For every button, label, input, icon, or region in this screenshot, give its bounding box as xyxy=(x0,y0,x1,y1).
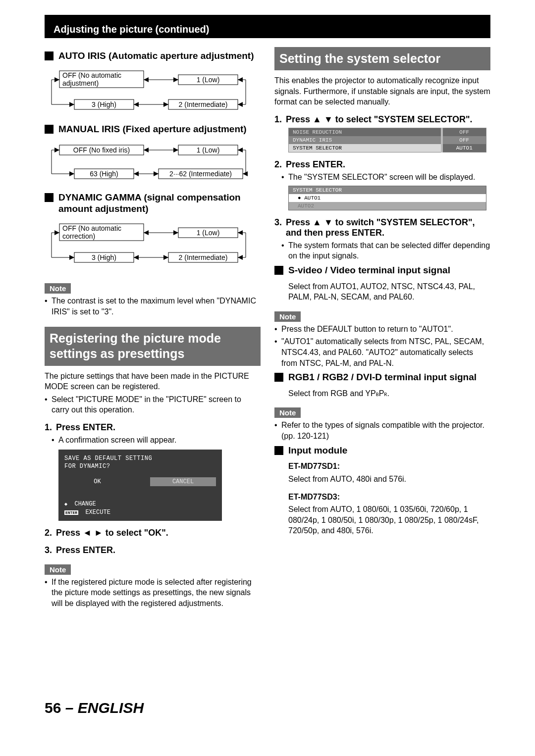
diagram-manual-iris: OFF (No fixed iris) 1 (Low) 63 (High) 2·… xyxy=(45,140,261,185)
svg-text:1 (Low): 1 (Low) xyxy=(197,146,220,154)
svg-text:63 (High): 63 (High) xyxy=(90,170,118,178)
panel-change-hint: ◆ CHANGE xyxy=(64,500,216,508)
step-3: 3. Press ENTER. xyxy=(45,545,261,555)
note-list-2: If the registered picture mode is select… xyxy=(45,577,261,609)
sel-panel-auto2[interactable]: AUTO2 xyxy=(289,202,486,210)
heading-manual-iris: MANUAL IRIS (Fixed aperture adjustment) xyxy=(45,123,261,135)
note-label-rgb: Note xyxy=(274,407,301,418)
svg-text:OFF (No automatic: OFF (No automatic xyxy=(62,224,121,232)
rgb-note: Refer to the types of signals compatible… xyxy=(274,420,490,441)
svg-text:2···62 (Intermediate): 2···62 (Intermediate) xyxy=(169,170,232,178)
register-intro: The picture settings that have been made… xyxy=(45,371,261,392)
bar-system-selector: Setting the system selector xyxy=(274,47,490,70)
panel-ok-button[interactable]: OK xyxy=(64,477,130,486)
svg-text:adjustment): adjustment) xyxy=(62,79,99,87)
svg-text:3 (High): 3 (High) xyxy=(92,253,116,261)
heading-input-module: Input module xyxy=(274,445,490,456)
svideo-notes: Press the DEFAULT button to return to "A… xyxy=(274,324,490,368)
diagram-dynamic-gamma: OFF (No automatic correction) 1 (Low) 3 … xyxy=(45,220,261,269)
page-title: Adjusting the picture (continued) xyxy=(54,24,209,35)
note-label-2: Note xyxy=(45,564,71,575)
panel-line2: FOR DYNAMIC? xyxy=(64,462,216,470)
heading-svideo: S-video / Video terminal input signal xyxy=(274,264,490,276)
sys-step-3-sub: The system formats that can be selected … xyxy=(274,240,490,261)
mod2-name: ET-MD77SD3: xyxy=(274,492,490,503)
mod1-body: Select from AUTO, 480i and 576i. xyxy=(274,474,490,485)
left-column: AUTO IRIS (Automatic aperture adjustment… xyxy=(45,47,261,610)
step-1-sub: A confirmation screen will appear. xyxy=(45,435,261,446)
heading-rgb: RGB1 / RGB2 / DVI-D terminal input signa… xyxy=(274,371,490,383)
note-text: The contrast is set to the maximum level… xyxy=(52,296,261,317)
step-1: 1. Press ENTER. xyxy=(45,422,261,433)
rgb-body: Select from RGB and YPBPR. xyxy=(274,388,490,399)
svg-text:OFF (No automatic: OFF (No automatic xyxy=(62,71,121,79)
svg-text:1 (Low): 1 (Low) xyxy=(197,229,220,237)
register-intro-bullet: Select "PICTURE MODE" in the "PICTURE" s… xyxy=(45,394,261,415)
heading-dynamic-gamma: DYNAMIC GAMMA (signal compensation amoun… xyxy=(45,192,261,215)
diagram-auto-iris: OFF (No automatic adjustment) 1 (Low) 3 … xyxy=(45,67,261,116)
sel-panel-auto1[interactable]: ● AUTO1 xyxy=(289,194,486,202)
system-menu: NOISE REDUCTIONOFF DYNAMIC IRISOFF SYSTE… xyxy=(288,128,486,152)
panel-execute-hint: ENTER EXECUTE xyxy=(64,508,216,517)
sys-step-2-sub: The "SYSTEM SELECTOR" screen will be dis… xyxy=(274,172,490,183)
menu-row-noise: NOISE REDUCTIONOFF xyxy=(289,128,486,137)
step-2: 2. Press ◄ ► to select "OK". xyxy=(45,528,261,538)
heading-auto-iris: AUTO IRIS (Automatic aperture adjustment… xyxy=(45,50,261,62)
svg-text:OFF (No fixed iris): OFF (No fixed iris) xyxy=(73,146,130,154)
panel-cancel-button[interactable]: CANCEL xyxy=(150,477,216,486)
svideo-body: Select from AUTO1, AUTO2, NTSC, NTSC4.43… xyxy=(274,281,490,302)
sys-step-2: 2. Press ENTER. xyxy=(274,159,490,170)
content-columns: AUTO IRIS (Automatic aperture adjustment… xyxy=(45,47,490,610)
svg-text:2 (Intermediate): 2 (Intermediate) xyxy=(179,101,228,108)
menu-row-system-selector[interactable]: SYSTEM SELECTORAUTO1 xyxy=(289,144,486,152)
page-header: Adjusting the picture (continued) xyxy=(45,15,490,38)
sys-step-1: 1. Press ▲ ▼ to select "SYSTEM SELECTOR"… xyxy=(274,114,490,125)
svg-text:3 (High): 3 (High) xyxy=(92,101,116,108)
menu-row-dynamic-iris: DYNAMIC IRISOFF xyxy=(289,136,486,144)
page-number: 56 xyxy=(45,700,61,716)
svg-text:correction): correction) xyxy=(62,232,95,240)
bar-registering: Registering the picture mode settings as… xyxy=(45,327,261,366)
svg-text:1 (Low): 1 (Low) xyxy=(197,76,220,84)
note-list: The contrast is set to the maximum level… xyxy=(45,296,261,317)
note-label: Note xyxy=(45,283,71,294)
sys-intro: This enables the projector to automatica… xyxy=(274,75,490,107)
sel-panel-header: SYSTEM SELECTOR xyxy=(289,186,486,194)
right-column: Setting the system selector This enables… xyxy=(274,47,490,610)
mod2-body: Select from AUTO, 1 080/60i, 1 035/60i, … xyxy=(274,504,490,536)
mod1-name: ET-MD77SD1: xyxy=(274,461,490,472)
confirmation-panel: SAVE AS DEFAULT SETTING FOR DYNAMIC? OK … xyxy=(58,450,222,521)
page-footer: 56 – ENGLISH xyxy=(45,700,490,716)
system-selector-panel: SYSTEM SELECTOR ● AUTO1 AUTO2 xyxy=(288,186,486,210)
sys-step-3: 3. Press ▲ ▼ to switch "SYSTEM SELECTOR"… xyxy=(274,217,490,238)
panel-line1: SAVE AS DEFAULT SETTING xyxy=(64,454,216,462)
page-language: ENGLISH xyxy=(78,700,144,716)
note-label-svideo: Note xyxy=(274,311,301,322)
svg-text:2 (Intermediate): 2 (Intermediate) xyxy=(179,253,228,261)
